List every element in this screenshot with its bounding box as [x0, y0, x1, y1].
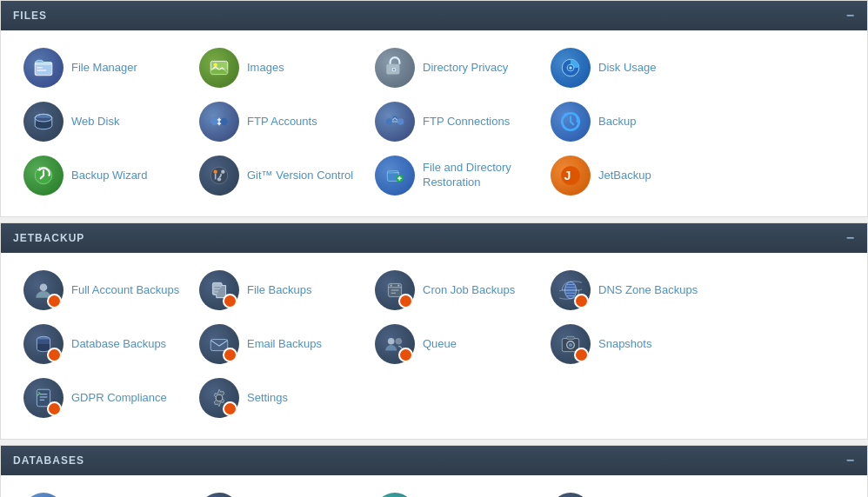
file-manager-label: File Manager [71, 61, 137, 76]
phpmyadmin-icon: SQL [23, 493, 63, 497]
item-images[interactable]: Images [199, 48, 364, 88]
svg-point-38 [396, 338, 403, 345]
file-backups-icon [199, 270, 239, 310]
databases-header: DATABASES − [1, 446, 867, 475]
svg-point-34 [397, 285, 399, 287]
svg-point-12 [569, 66, 571, 69]
item-dns-zone-backups[interactable]: DNS Zone Backups [551, 270, 716, 310]
item-backup-wizard[interactable]: Backup Wizard [23, 156, 189, 195]
item-full-account-backups[interactable]: Full Account Backups [23, 270, 189, 310]
page-wrapper: FILES − File Manager Images Directo [0, 0, 868, 497]
jetbackup-collapse-icon[interactable]: − [846, 230, 855, 246]
item-file-manager[interactable]: File Manager [23, 48, 189, 88]
snapshots-label: Snapshots [598, 337, 651, 352]
jetbackup-files-icon: J [551, 156, 591, 195]
backup-icon [551, 102, 591, 142]
item-cron-job-backups[interactable]: Cron Job Backups [375, 270, 540, 310]
jetbackup-body: Full Account Backups File Backups Cron J… [1, 253, 867, 439]
item-database-backups[interactable]: Database Backups [23, 324, 189, 364]
item-gdpr-compliance[interactable]: GDPR Compliance [23, 378, 189, 418]
item-ftp-accounts[interactable]: FTP Accounts [199, 102, 364, 142]
svg-point-15 [210, 118, 218, 126]
svg-point-23 [214, 170, 217, 174]
svg-point-41 [569, 343, 572, 347]
cron-job-backups-icon [375, 270, 415, 310]
svg-point-24 [221, 170, 224, 174]
svg-rect-42 [567, 336, 575, 339]
dns-zone-backups-icon [551, 270, 591, 310]
item-remote-mysql[interactable]: Remote MySQL® [551, 493, 716, 497]
snapshots-icon [551, 324, 591, 364]
dns-zone-backups-label: DNS Zone Backups [598, 283, 698, 298]
item-snapshots[interactable]: Snapshots [551, 324, 716, 364]
jetbackup-title: JETBACKUP [13, 232, 84, 244]
item-settings-jet[interactable]: Settings [199, 378, 364, 418]
databases-title: DATABASES [13, 454, 84, 467]
disk-usage-icon [551, 48, 591, 88]
settings-jet-icon [199, 378, 239, 418]
git-icon [199, 156, 239, 195]
item-queue[interactable]: Queue [375, 324, 540, 364]
item-jetbackup-files[interactable]: J JetBackup [551, 156, 716, 195]
item-file-backups[interactable]: File Backups [199, 270, 364, 310]
svg-rect-2 [37, 70, 46, 71]
svg-point-9 [393, 69, 395, 70]
directory-privacy-icon [375, 48, 415, 88]
backup-wizard-icon [23, 156, 63, 195]
files-section: FILES − File Manager Images Directo [0, 0, 868, 217]
item-disk-usage[interactable]: Disk Usage [551, 48, 716, 88]
database-backups-icon [23, 324, 63, 364]
database-backups-label: Database Backups [71, 337, 166, 352]
file-dir-restore-icon [375, 156, 415, 195]
databases-collapse-icon[interactable]: − [846, 453, 855, 468]
item-backup[interactable]: Backup [551, 102, 716, 142]
files-title: FILES [13, 10, 47, 22]
web-disk-icon [23, 102, 63, 142]
databases-body: SQL phpMyAdmin MySQL® Databases MySQL® D… [1, 475, 867, 497]
mysql-database-wizard-icon [375, 493, 415, 497]
git-label: Git™ Version Control [247, 169, 353, 183]
item-file-dir-restore[interactable]: File and Directory Restoration [375, 156, 540, 195]
item-mysql-database-wizard[interactable]: MySQL® Database Wizard [375, 493, 540, 497]
jetbackup-files-label: JetBackup [598, 169, 651, 183]
item-mysql-databases[interactable]: MySQL® Databases [199, 493, 364, 497]
svg-point-37 [388, 338, 395, 345]
files-header: FILES − [1, 1, 867, 30]
files-body: File Manager Images Directory Privacy Di… [1, 30, 867, 216]
settings-jet-label: Settings [247, 391, 288, 406]
item-git[interactable]: Git™ Version Control [199, 156, 364, 195]
disk-usage-label: Disk Usage [598, 61, 656, 76]
svg-point-30 [40, 283, 48, 291]
svg-point-33 [391, 285, 392, 287]
item-directory-privacy[interactable]: Directory Privacy [375, 48, 540, 88]
web-disk-label: Web Disk [71, 115, 119, 129]
svg-text:J: J [564, 169, 571, 182]
svg-point-18 [397, 118, 404, 125]
files-collapse-icon[interactable]: − [846, 8, 855, 23]
svg-point-16 [220, 118, 228, 126]
backup-wizard-label: Backup Wizard [71, 169, 147, 183]
email-backups-label: Email Backups [247, 337, 322, 352]
backup-label: Backup [598, 115, 636, 129]
jetbackup-header: JETBACKUP − [1, 223, 867, 253]
jetbackup-section: JETBACKUP − Full Account Backups File Ba… [0, 222, 868, 440]
item-email-backups[interactable]: Email Backups [199, 324, 364, 364]
images-label: Images [247, 61, 284, 76]
item-phpmyadmin[interactable]: SQL phpMyAdmin [23, 493, 189, 497]
images-icon [199, 48, 239, 88]
item-ftp-connections[interactable]: FTP Connections [375, 102, 540, 142]
full-account-backups-label: Full Account Backups [71, 283, 179, 298]
file-dir-restore-label: File and Directory Restoration [423, 161, 540, 190]
svg-point-25 [217, 177, 221, 181]
svg-rect-6 [210, 70, 228, 74]
item-web-disk[interactable]: Web Disk [23, 102, 189, 142]
databases-section: DATABASES − SQL phpMyAdmin MySQL® Databa… [0, 445, 868, 497]
svg-point-44 [216, 394, 223, 401]
file-backups-label: File Backups [247, 283, 311, 298]
ftp-connections-icon [375, 102, 415, 142]
ftp-accounts-label: FTP Accounts [247, 115, 317, 129]
remote-mysql-icon [551, 493, 591, 497]
svg-point-17 [386, 118, 393, 125]
cron-job-backups-label: Cron Job Backups [423, 283, 515, 298]
gdpr-compliance-icon [23, 378, 63, 418]
